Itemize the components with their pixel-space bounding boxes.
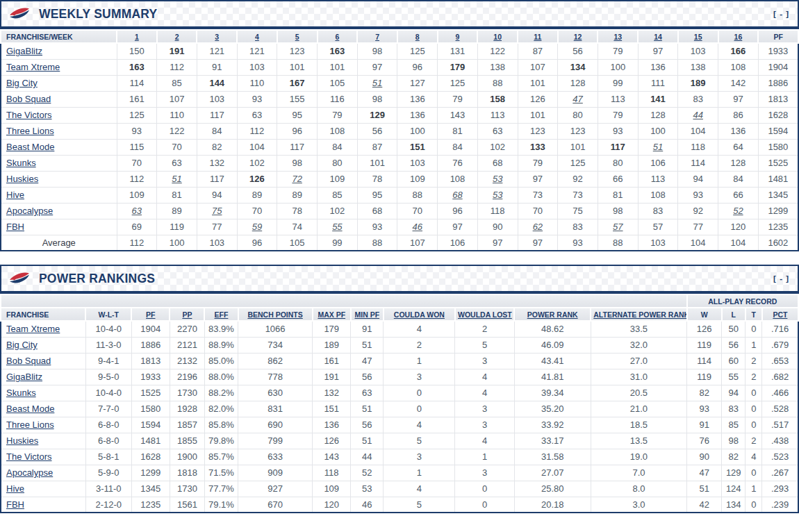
score-cell: 84 (718, 171, 759, 187)
franchise-link[interactable]: Huskies (6, 435, 38, 446)
score-cell: 92 (558, 171, 598, 187)
franchise-link[interactable]: Apocalypse (6, 467, 53, 478)
score-cell: 155 (277, 91, 318, 107)
franchise-link[interactable]: Beast Mode (6, 404, 54, 414)
stat-cell: 1628 (131, 449, 170, 465)
score-cell: 107 (157, 91, 197, 107)
stat-cell: 32.0 (591, 337, 686, 353)
franchise-link[interactable]: Beast Mode (6, 142, 54, 152)
score-cell: 103 (197, 91, 237, 107)
franchise-link[interactable]: Big City (6, 78, 38, 88)
sort-column-link[interactable]: MAX PF (318, 310, 345, 319)
average-label-cell: Average (1, 235, 117, 251)
pf-cell: 1904 (758, 59, 798, 75)
score-cell: 93 (237, 91, 277, 107)
score-cell: 121 (197, 43, 237, 59)
power-rankings-row: GigaBlitz9-5-01933219688.0%778191563441.… (1, 369, 798, 385)
week-header-link[interactable]: 16 (734, 33, 743, 41)
score-cell: 108 (318, 123, 358, 139)
power-rankings-row: Huskies6-8-01481185579.8%799126515433.17… (1, 433, 798, 449)
week-header-link[interactable]: 10 (493, 33, 502, 41)
franchise-link[interactable]: Skunks (6, 158, 36, 168)
stat-cell: 4 (384, 321, 455, 337)
franchise-link[interactable]: Bob Squad (6, 356, 51, 366)
score-cell: 102 (477, 139, 518, 155)
header-spacer-cell (1, 294, 687, 308)
franchise-link[interactable]: Apocalypse (6, 206, 53, 216)
week-header-link[interactable]: 9 (456, 33, 460, 41)
week-header-link[interactable]: 7 (375, 33, 379, 41)
week-header-link[interactable]: 6 (335, 33, 339, 41)
week-header-link[interactable]: 5 (295, 33, 299, 41)
franchise-link[interactable]: Hive (6, 483, 24, 494)
sort-column-link[interactable]: MIN PF (355, 310, 380, 319)
week-header-link[interactable]: 4 (255, 33, 259, 41)
sort-column-link[interactable]: EFF (215, 310, 229, 319)
weekly-summary-collapse-button[interactable]: [ - ] (773, 10, 789, 18)
score-cell: 136 (638, 59, 678, 75)
column-header: MAX PF (313, 308, 351, 321)
sort-column-link[interactable]: PF (146, 310, 155, 319)
week-header-link[interactable]: 3 (215, 33, 219, 41)
score-cell: 87 (518, 43, 558, 59)
franchise-link[interactable]: GigaBlitz (6, 46, 42, 56)
franchise-link[interactable]: Three Lions (6, 126, 54, 136)
stat-cell: 10-4-0 (85, 385, 131, 401)
franchise-cell: Bob Squad (1, 91, 117, 107)
stat-cell: 4 (384, 417, 455, 433)
sort-column-link[interactable]: BENCH POINTS (247, 310, 302, 319)
weekly-summary-row: GigaBlitz1501911211211231639812513112287… (1, 43, 798, 59)
stat-cell: 831 (238, 401, 313, 417)
stat-cell: 47 (351, 353, 384, 369)
sort-column-link[interactable]: WOULDA LOST (458, 310, 512, 319)
weekly-summary-row: FBH6911977597455934697906283575777120123… (1, 219, 798, 235)
sort-column-link[interactable]: ALTERNATE POWER RANK (593, 310, 686, 319)
franchise-link[interactable]: FBH (6, 222, 24, 232)
week-header-link[interactable]: 12 (574, 33, 582, 41)
franchise-link[interactable]: Hive (6, 190, 24, 200)
score-cell: 84 (318, 139, 358, 155)
franchise-link[interactable]: The Victors (6, 110, 52, 120)
sort-column-link[interactable]: COULDA WON (394, 310, 445, 319)
franchise-cell: Three Lions (1, 417, 85, 433)
week-column-header: 13 (598, 30, 638, 43)
week-header-link[interactable]: 15 (694, 33, 702, 41)
week-header-link[interactable]: 2 (175, 33, 179, 41)
franchise-cell: Apocalypse (1, 465, 85, 481)
franchise-link[interactable]: Huskies (6, 174, 38, 184)
stat-cell: 633 (238, 449, 313, 465)
power-rankings-row: Three Lions6-8-01594185785.8%69013656433… (1, 417, 798, 433)
franchise-link[interactable]: Three Lions (6, 419, 54, 430)
franchise-link[interactable]: Team Xtreme (6, 324, 60, 334)
sort-column-link[interactable]: PCT (773, 310, 787, 319)
week-header-link[interactable]: 14 (654, 33, 662, 41)
franchise-link[interactable]: The Victors (6, 451, 52, 462)
power-rankings-collapse-button[interactable]: [ - ] (773, 274, 789, 283)
franchise-link[interactable]: FBH (6, 499, 24, 510)
week-column-header: 12 (558, 30, 598, 43)
score-cell: 83 (678, 91, 718, 107)
franchise-link[interactable]: Team Xtreme (6, 62, 60, 72)
franchise-link[interactable]: Bob Squad (6, 94, 51, 104)
sort-column-link[interactable]: PP (182, 310, 192, 319)
score-cell: 89 (277, 187, 318, 203)
score-cell: 53 (477, 171, 518, 187)
stat-cell: 19.0 (591, 449, 686, 465)
week-header-link[interactable]: 8 (415, 33, 420, 41)
franchise-link[interactable]: Big City (6, 340, 38, 350)
week-header-link[interactable]: 11 (534, 33, 541, 41)
score-cell: 105 (277, 235, 318, 251)
stat-cell: 0 (746, 401, 762, 417)
score-cell: 79 (598, 43, 638, 59)
week-column-header: 8 (397, 30, 438, 43)
franchise-link[interactable]: Skunks (6, 388, 36, 398)
sort-column-link[interactable]: POWER RANK (527, 310, 578, 319)
score-cell: 101 (518, 75, 558, 91)
stat-cell: 91 (687, 417, 722, 433)
stat-cell: 630 (238, 385, 313, 401)
franchise-link[interactable]: GigaBlitz (6, 372, 42, 382)
week-header-link[interactable]: 13 (613, 33, 622, 41)
score-cell: 113 (598, 91, 638, 107)
stat-cell: 20.5 (591, 385, 686, 401)
week-header-link[interactable]: 1 (135, 33, 139, 41)
